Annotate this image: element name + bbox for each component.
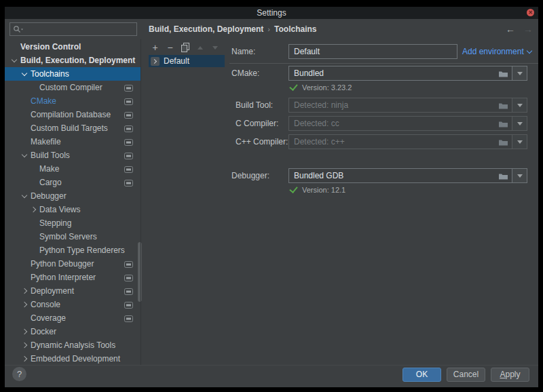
sidebar-item-cmake[interactable]: CMake bbox=[5, 94, 141, 108]
sidebar-item-label: Custom Build Targets bbox=[31, 121, 108, 135]
sidebar-item-label: Toolchains bbox=[31, 67, 69, 81]
sidebar-item-custom-build-targets[interactable]: Custom Build Targets bbox=[5, 121, 141, 135]
settings-sidebar: Version ControlBuild, Execution, Deploym… bbox=[5, 39, 141, 382]
add-environment-link[interactable]: Add environment bbox=[462, 47, 531, 56]
chevron-right-icon[interactable] bbox=[22, 356, 27, 361]
sidebar-item-build-execution-deployment[interactable]: Build, Execution, Deployment bbox=[5, 54, 141, 67]
apply-button[interactable]: Apply bbox=[491, 368, 529, 382]
sidebar-item-label: Python Type Renderers bbox=[39, 243, 125, 257]
sidebar-item-label: Embedded Development bbox=[31, 352, 120, 366]
sidebar-item-custom-compiler[interactable]: Custom Compiler bbox=[5, 81, 141, 94]
toolchain-icon bbox=[151, 57, 160, 66]
back-arrow-icon[interactable]: ← bbox=[504, 23, 517, 35]
sidebar-item-deployment[interactable]: Deployment bbox=[5, 284, 141, 298]
move-up-button[interactable] bbox=[195, 42, 205, 53]
chevron-right-icon[interactable] bbox=[31, 207, 36, 212]
settings-dialog: Build, Execution, Deployment › Toolchain… bbox=[5, 19, 538, 387]
c-compiler-combo[interactable]: Detected: cc bbox=[288, 116, 527, 131]
sidebar-item-build-tools[interactable]: Build Tools bbox=[5, 149, 141, 162]
breadcrumb: Build, Execution, Deployment › Toolchain… bbox=[149, 19, 316, 39]
sidebar-item-debugger[interactable]: Debugger bbox=[5, 189, 141, 203]
sidebar-item-coverage[interactable]: Coverage bbox=[5, 311, 141, 325]
folder-icon bbox=[498, 66, 512, 80]
breadcrumb-item[interactable]: Toolchains bbox=[274, 24, 316, 34]
sidebar-item-python-interpreter[interactable]: Python Interpreter bbox=[5, 271, 141, 284]
move-down-button[interactable] bbox=[210, 42, 220, 53]
monitor-icon bbox=[124, 274, 133, 283]
sidebar-item-stepping[interactable]: Stepping bbox=[5, 216, 141, 230]
sidebar-item-embedded-development[interactable]: Embedded Development bbox=[5, 352, 141, 366]
breadcrumb-item[interactable]: Build, Execution, Deployment bbox=[149, 24, 263, 34]
cpp-compiler-combo-arrow[interactable] bbox=[512, 135, 527, 149]
toolchain-item-default[interactable]: Default bbox=[149, 55, 225, 67]
sidebar-item-label: Stepping bbox=[39, 216, 71, 230]
chevron-right-icon[interactable] bbox=[22, 342, 27, 348]
debugger-combo[interactable]: Bundled GDB bbox=[288, 168, 527, 183]
sidebar-item-python-debugger[interactable]: Python Debugger bbox=[5, 257, 141, 271]
settings-search-input[interactable] bbox=[24, 24, 136, 35]
search-icon bbox=[13, 25, 24, 34]
monitor-icon bbox=[124, 260, 133, 270]
sidebar-divider bbox=[141, 39, 141, 366]
sidebar-item-label: Symbol Servers bbox=[39, 230, 97, 243]
sidebar-item-label: Compilation Database bbox=[31, 108, 111, 121]
monitor-icon bbox=[124, 138, 133, 148]
cmake-combo[interactable]: Bundled bbox=[288, 66, 527, 81]
triangle-down-icon bbox=[212, 46, 218, 50]
chevron-right-icon[interactable] bbox=[22, 288, 27, 294]
add-button[interactable] bbox=[150, 42, 160, 53]
sidebar-item-label: Coverage bbox=[31, 311, 66, 325]
sidebar-item-label: Make bbox=[39, 162, 59, 176]
settings-search[interactable] bbox=[10, 22, 137, 36]
sidebar-item-symbol-servers[interactable]: Symbol Servers bbox=[5, 230, 141, 243]
sidebar-scrollbar-thumb[interactable] bbox=[138, 242, 142, 302]
c-compiler-combo-arrow[interactable] bbox=[512, 117, 527, 130]
triangle-up-icon bbox=[198, 46, 203, 50]
sidebar-item-python-type-renderers[interactable]: Python Type Renderers bbox=[5, 243, 141, 257]
chevron-down-icon[interactable] bbox=[22, 71, 27, 76]
chevron-down-icon[interactable] bbox=[22, 152, 27, 157]
monitor-icon bbox=[124, 179, 133, 189]
sidebar-item-docker[interactable]: Docker bbox=[5, 325, 141, 338]
sidebar-item-dynamic-analysis-tools[interactable]: Dynamic Analysis Tools bbox=[5, 338, 141, 352]
sidebar-item-toolchains[interactable]: Toolchains bbox=[5, 67, 141, 81]
titlebar: Settings ✕ bbox=[5, 7, 538, 19]
close-icon[interactable]: ✕ bbox=[527, 9, 534, 16]
chevron-right-icon[interactable] bbox=[22, 302, 27, 307]
monitor-icon bbox=[124, 84, 133, 94]
ok-button[interactable]: OK bbox=[402, 368, 441, 382]
success-check-icon bbox=[289, 82, 297, 91]
dialog-footer: ? OK Cancel Apply bbox=[5, 365, 538, 388]
build-tool-combo-arrow[interactable] bbox=[512, 98, 527, 112]
forward-arrow-icon[interactable]: → bbox=[522, 23, 534, 35]
name-label: Name: bbox=[231, 47, 255, 56]
chevron-down-icon[interactable] bbox=[12, 57, 17, 62]
cmake-combo-arrow[interactable] bbox=[512, 66, 527, 80]
chevron-down-icon bbox=[526, 47, 531, 53]
sidebar-item-makefile[interactable]: Makefile bbox=[5, 135, 141, 149]
cancel-button[interactable]: Cancel bbox=[447, 368, 485, 382]
sidebar-item-label: Makefile bbox=[31, 135, 61, 149]
help-button[interactable]: ? bbox=[12, 367, 26, 381]
toolchain-list: Default bbox=[149, 55, 225, 67]
cpp-compiler-combo[interactable]: Detected: c++ bbox=[288, 134, 527, 149]
remove-button[interactable] bbox=[165, 42, 175, 53]
sidebar-item-make[interactable]: Make bbox=[5, 162, 141, 176]
monitor-icon bbox=[124, 152, 133, 161]
sidebar-item-console[interactable]: Console bbox=[5, 298, 141, 311]
duplicate-button[interactable] bbox=[180, 42, 190, 53]
sidebar-item-label: Custom Compiler bbox=[39, 81, 102, 94]
sidebar-item-compilation-database[interactable]: Compilation Database bbox=[5, 108, 141, 121]
settings-tree: Version ControlBuild, Execution, Deploym… bbox=[5, 39, 141, 382]
sidebar-item-label: Console bbox=[31, 298, 60, 311]
debugger-combo-arrow[interactable] bbox=[512, 169, 527, 182]
build-tool-combo[interactable]: Detected: ninja bbox=[288, 98, 527, 113]
sidebar-item-version-control[interactable]: Version Control bbox=[5, 40, 141, 54]
sidebar-item-label: Data Views bbox=[39, 203, 80, 216]
name-input[interactable] bbox=[288, 44, 457, 59]
sidebar-item-data-views[interactable]: Data Views bbox=[5, 203, 141, 216]
monitor-icon bbox=[124, 315, 133, 324]
chevron-down-icon[interactable] bbox=[22, 193, 27, 198]
sidebar-item-cargo[interactable]: Cargo bbox=[5, 176, 141, 189]
chevron-right-icon[interactable] bbox=[22, 329, 27, 334]
